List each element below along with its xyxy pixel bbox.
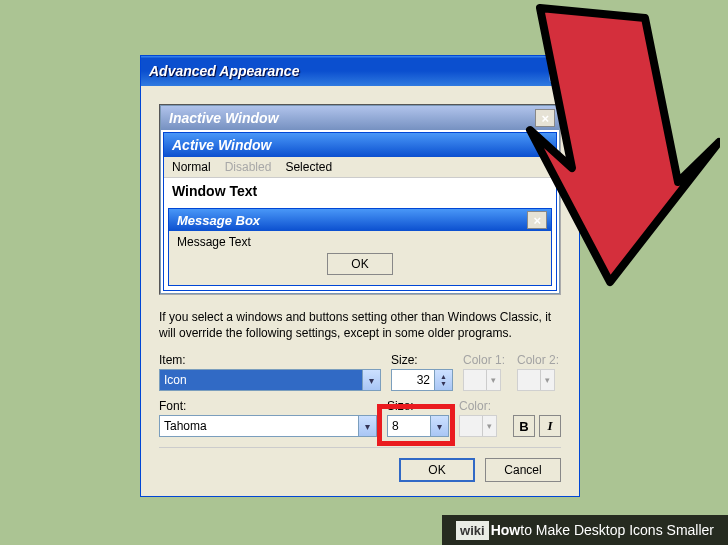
msgbox-title-text: Message Box	[177, 213, 260, 228]
dialog-body: Inactive Window × Active Window Normal D…	[141, 86, 579, 496]
preview-active-window: Active Window Normal Disabled Selected W…	[163, 132, 557, 291]
preview-active-titlebar: Active Window	[164, 133, 556, 157]
preview-area: Inactive Window × Active Window Normal D…	[159, 104, 561, 295]
preview-window-text: Window Text	[164, 178, 556, 204]
color2-picker: ▾	[517, 369, 555, 391]
active-title-text: Active Window	[172, 137, 271, 153]
chevron-down-icon: ▾	[482, 416, 496, 436]
menu-selected[interactable]: Selected	[285, 160, 332, 174]
spinner-icon[interactable]: ▲▼	[434, 370, 452, 390]
menu-disabled: Disabled	[225, 160, 272, 174]
caption-text: to Make Desktop Icons Smaller	[520, 522, 714, 538]
item-size-spinner[interactable]: 32 ▲▼	[391, 369, 453, 391]
font-size-combo[interactable]: 8 ▾	[387, 415, 449, 437]
color1-label: Color 1:	[463, 353, 507, 367]
close-x-glyph: ×	[541, 111, 549, 126]
chevron-down-icon: ▾	[540, 370, 554, 390]
help-button[interactable]: ?	[549, 60, 571, 82]
preview-menu-bar: Normal Disabled Selected	[164, 157, 556, 178]
color2-label: Color 2:	[517, 353, 561, 367]
font-color-label: Color:	[459, 399, 503, 413]
chevron-down-icon[interactable]: ▾	[430, 416, 448, 436]
chevron-down-icon[interactable]: ▾	[362, 370, 380, 390]
hint-text: If you select a windows and buttons sett…	[159, 309, 561, 341]
font-row: Font: Tahoma ▾ Size: 8 ▾ Color: ▾ B I	[159, 399, 561, 437]
caption-how: How	[491, 522, 521, 538]
msgbox-ok-button[interactable]: OK	[327, 253, 393, 275]
dialog-button-row: OK Cancel	[159, 447, 561, 482]
cancel-button[interactable]: Cancel	[485, 458, 561, 482]
item-size-label: Size:	[391, 353, 453, 367]
titlebar[interactable]: Advanced Appearance ?	[141, 56, 579, 86]
font-size-label: Size:	[387, 399, 449, 413]
msgbox-body: Message Text OK	[169, 231, 551, 285]
italic-button[interactable]: I	[539, 415, 561, 437]
ok-button[interactable]: OK	[399, 458, 475, 482]
msgbox-titlebar: Message Box ×	[169, 209, 551, 231]
close-icon[interactable]: ×	[535, 109, 555, 127]
wiki-logo: wiki	[456, 521, 489, 540]
menu-normal[interactable]: Normal	[172, 160, 211, 174]
preview-message-box: Message Box × Message Text OK	[168, 208, 552, 286]
font-color-picker: ▾	[459, 415, 497, 437]
item-value: Icon	[164, 373, 187, 387]
dialog-title: Advanced Appearance	[149, 63, 299, 79]
item-combo[interactable]: Icon ▾	[159, 369, 381, 391]
font-size-value: 8	[392, 419, 399, 433]
preview-inactive-titlebar: Inactive Window ×	[161, 106, 559, 130]
chevron-down-icon: ▾	[486, 370, 500, 390]
advanced-appearance-dialog: Advanced Appearance ? Inactive Window × …	[140, 55, 580, 497]
bold-button[interactable]: B	[513, 415, 535, 437]
msgbox-text: Message Text	[177, 235, 543, 249]
item-label: Item:	[159, 353, 381, 367]
font-label: Font:	[159, 399, 377, 413]
font-value: Tahoma	[164, 419, 207, 433]
item-row: Item: Icon ▾ Size: 32 ▲▼ Color 1: ▾ Colo…	[159, 353, 561, 391]
caption-strip: wiki How to Make Desktop Icons Smaller	[442, 515, 728, 545]
close-x-glyph: ×	[533, 213, 541, 228]
inactive-title-text: Inactive Window	[169, 110, 279, 126]
chevron-down-icon[interactable]: ▾	[358, 416, 376, 436]
preview-inactive-window: Inactive Window × Active Window Normal D…	[160, 105, 560, 294]
font-combo[interactable]: Tahoma ▾	[159, 415, 377, 437]
color1-picker: ▾	[463, 369, 501, 391]
close-icon[interactable]: ×	[527, 211, 547, 229]
help-icon: ?	[556, 63, 565, 79]
